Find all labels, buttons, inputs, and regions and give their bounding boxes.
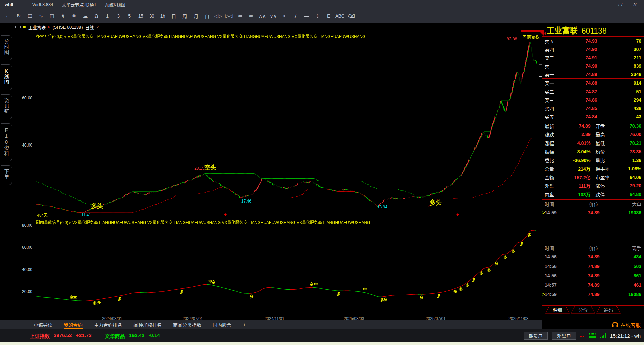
pan-left-icon[interactable]: ⇦ [236,12,245,20]
period-selector[interactable]: 日线 [85,24,94,31]
ask-row[interactable]: 卖三74.91211 [542,53,644,62]
period-1hour[interactable]: 1h [158,12,167,20]
big-order-header: 时间价位大单 [542,200,644,208]
shanghai-index[interactable]: 上证指数 3976.52 +21.73 [30,332,92,339]
main-indicator-row[interactable]: 多空方位(0,0,0)∨VX量化服务商 LIANGHUAFUWUSHANG VX… [36,33,365,39]
order-ticket-icon[interactable]: 单 [70,12,78,20]
sidebar-tab-news[interactable]: 资讯链 [1,94,12,119]
stat-row: 量比1.36 [593,156,644,165]
horizontal-line-icon[interactable]: — [302,12,311,20]
pan-right-icon[interactable]: ⇨ [247,12,256,20]
trendline-icon[interactable]: / [291,12,300,20]
bid-row[interactable]: 买一74.88914 [542,79,644,87]
text-note-icon[interactable]: E [324,12,333,20]
period-month[interactable]: 月 [192,12,200,20]
cloud-trade-icon[interactable]: ☁ [81,12,90,20]
online-service[interactable]: 在线客服 [542,320,644,329]
order-book: 卖五74.9370 卖四74.92307 卖三74.91211 卖二74.908… [542,36,644,121]
alert-bell-icon[interactable]: Ω [92,12,101,20]
bottom-tab-weighted-rank[interactable]: 品种加权排名 [133,320,162,329]
sidebar-tab-order[interactable]: 下单 [1,165,12,185]
page-down-icon[interactable]: ∨∨ [269,12,278,20]
period-3min[interactable]: 3 [114,12,123,20]
chevron-down-icon[interactable]: ∨ [69,221,71,225]
tick-trade-list: 时间价位现手 14:56 74.89 434 14:56 74.89 503 1… [542,244,644,306]
sub-indicator-name[interactable]: 副图量能信号(0,0) [36,220,68,225]
period-week[interactable]: 周 [180,12,189,20]
bottom-tab-add[interactable]: + [243,320,246,329]
maximize-button[interactable]: ❐ [612,0,627,9]
sub-signal-mark: 多 [487,267,491,273]
y-axis-label: 40.00 [17,143,32,148]
view-title: 系统K线图 [105,1,125,8]
compress-icon[interactable]: ◁▷ [214,12,222,20]
more-icon[interactable]: ⋯ [358,12,367,20]
market-monitor-icon[interactable] [589,333,596,339]
sidebar-tab-kline-chart[interactable]: K线图 [1,64,12,90]
connection-dashes: -- [580,333,585,339]
period-custom[interactable]: 自 [203,12,211,20]
sub-signal-mark: 多 [337,291,340,296]
chevron-down-icon[interactable]: ∨ [64,35,66,39]
sub-signal-mark: 多 [520,241,524,246]
futures-account-button[interactable]: 期货户 [524,332,548,340]
bid-row[interactable]: 买五74.8443 [542,112,644,121]
tab-price-volume[interactable]: 分价 [571,306,595,314]
cloud-node: 文华云节点-联通1 [62,1,97,8]
main-chart-canvas[interactable] [34,32,542,218]
ask-row[interactable]: 卖五74.9370 [542,37,644,45]
ask-row[interactable]: 卖一74.892348 [542,70,644,78]
bottom-tab-domestic-stocks[interactable]: 国内股票 [213,320,231,329]
bid-row[interactable]: 买四74.85438 [542,104,644,112]
commodity-value: 162.42 [129,332,145,339]
back-icon[interactable]: ← [3,12,12,20]
tick-chart-icon[interactable]: ◫ [48,12,56,20]
sub-signal-mark: 多 [511,248,515,254]
period-15min[interactable]: 15 [136,12,145,20]
tab-chip-distribution[interactable]: 筹码 [596,306,621,314]
tab-trade-detail[interactable]: 明细 [545,306,570,314]
title-bar: wh6 - Ver6.8.834 文华云节点-联通1 系统K线图 —❐✕ [0,0,644,9]
sidebar-tab-time-chart[interactable]: 分时图 [1,35,12,60]
y-axis-label: 40.00 [17,267,32,272]
arrow-mark-icon[interactable]: ⇧ [313,12,322,20]
ask-row[interactable]: 卖四74.92307 [542,45,644,53]
line-chart-icon[interactable]: ∿ [37,12,45,20]
sidebar-tab-f10[interactable]: F10资料 [1,123,12,161]
quote-list-icon[interactable]: ▤ [25,12,34,20]
chart-tab-header[interactable]: 工业富联R (SHSE 601138) 日线 ∨ [13,23,99,31]
close-button[interactable]: ✕ [627,0,642,9]
forward-adjust-label[interactable]: 向前复权 [522,33,540,40]
link-icon [15,25,21,29]
chevron-down-icon[interactable]: ∨ [96,25,99,30]
crosshair-icon[interactable]: ⌖ [280,12,289,20]
eraser-icon[interactable]: ⌫ [347,12,356,20]
period-1min[interactable]: 1 [103,12,112,20]
minimize-button[interactable]: — [598,0,612,9]
period-30min[interactable]: 30 [147,12,156,20]
lightning-chart-icon[interactable]: ↯ [59,12,67,20]
page-up-icon[interactable]: ∧∧ [258,12,267,20]
period-5min[interactable]: 5 [125,12,134,20]
sub-signal-mark: 多 [528,232,531,237]
bottom-tab-commodity-index[interactable]: 商品分类指数 [173,320,201,329]
bid-rows: 买一74.88914 买二74.8751 买三74.86294 买四74.854… [542,79,644,121]
period-day[interactable]: 日 [169,12,178,20]
bid-row[interactable]: 买三74.86294 [542,96,644,104]
bottom-tab-my-contracts[interactable]: 我的合约 [64,320,83,329]
ask-row[interactable]: 卖二74.90839 [542,62,644,70]
refresh-icon[interactable]: ↻ [14,12,23,20]
overseas-account-button[interactable]: 外盘户 [552,332,576,340]
bottom-tab-editor-guide[interactable]: 小编导读 [34,320,52,329]
expand-icon[interactable]: ▷◁ [225,12,233,20]
clock-text: 15:21:12 - wh [610,333,641,339]
abc-label-icon[interactable]: ABC [335,12,344,20]
tick-trade-row: 14:56 74.89 434 [542,252,644,262]
sub-indicator-row[interactable]: 副图量能信号(0,0)∨VX量化服务商 LIANGHUAFUWUSHANG VX… [36,219,370,225]
wenhua-commodity-index[interactable]: 文华商品 162.42 -0.14 [105,332,160,339]
chart-annotation: 11.41 [81,213,91,217]
bid-row[interactable]: 买二74.8751 [542,87,644,96]
bottom-tab-main-contract-rank[interactable]: 主力合约排名 [94,320,122,329]
main-indicator-name[interactable]: 多空方位(0,0,0) [36,34,64,39]
sub-chart-canvas[interactable] [34,218,542,315]
